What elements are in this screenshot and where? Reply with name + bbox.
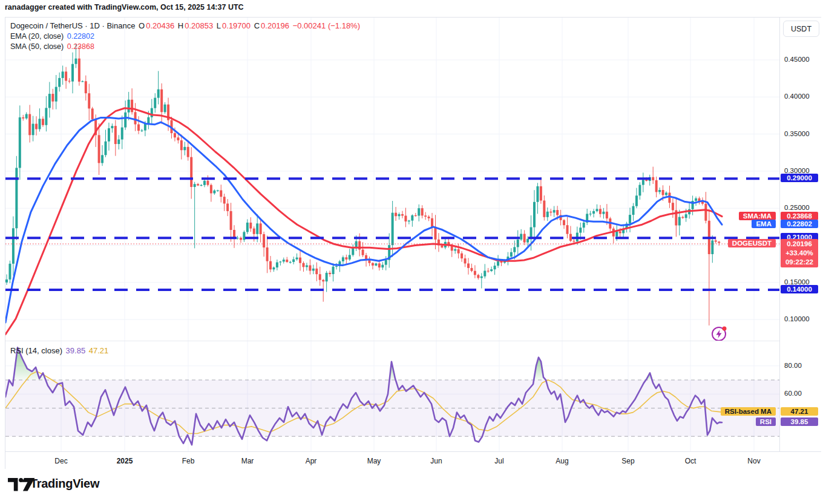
sma-legend-row[interactable]: SMA (50, close) 0.23868 <box>10 42 96 51</box>
candle-body <box>583 223 585 227</box>
time-axis-month-label: Sep <box>615 457 641 465</box>
candle-body <box>237 238 239 238</box>
rsi-legend-row[interactable]: RSI (14, close) 39.85 47.21 <box>10 346 110 355</box>
candle-body <box>266 247 269 261</box>
candle-body <box>276 263 278 268</box>
candle-body <box>121 128 123 140</box>
candle-body <box>240 238 242 240</box>
candle-body <box>685 214 687 218</box>
candle-body <box>312 269 315 271</box>
candle-body <box>332 267 335 274</box>
candle-body <box>249 223 252 229</box>
candle-body <box>470 268 473 271</box>
candle-body <box>114 126 117 144</box>
candle-body <box>164 105 166 113</box>
candle-body <box>487 270 490 271</box>
lightning-icon[interactable] <box>712 327 727 341</box>
candle-body <box>306 266 308 267</box>
candle-body <box>678 217 681 226</box>
candle-body <box>629 215 631 224</box>
time-axis-month-label: Apr <box>298 457 324 465</box>
ema-value-badge: 0.22802 <box>781 220 818 228</box>
candle-body <box>592 211 595 214</box>
price-tick-label: 0.25000 <box>784 204 810 211</box>
candle-body <box>187 147 189 157</box>
candle-body <box>411 215 413 221</box>
candle-body <box>157 90 160 98</box>
candle-body <box>174 133 176 137</box>
price-axis[interactable]: 0.450000.400000.350000.300000.250000.150… <box>779 18 822 451</box>
rsi-chip: RSI <box>756 417 776 426</box>
candle-body <box>404 215 407 221</box>
candle-body <box>362 250 364 255</box>
sma-line <box>5 108 722 335</box>
rsi-tick-label: 60.00 <box>784 390 802 397</box>
ema-label: EMA (20, close) <box>10 32 64 41</box>
time-axis-month-label: Nov <box>741 457 767 465</box>
pane-separator[interactable] <box>5 341 779 341</box>
candle-body <box>418 208 420 215</box>
candle-body <box>289 262 292 263</box>
rsi-ma-value-badge: 47.21 <box>781 407 818 416</box>
candle-body <box>672 203 674 210</box>
symbol-chip: DOGEUSDT <box>728 239 776 247</box>
chart-canvas[interactable] <box>5 18 821 468</box>
candle-body <box>421 208 424 215</box>
time-axis-month-label: May <box>361 457 387 465</box>
candle-body <box>457 249 460 254</box>
candle-body <box>401 214 404 215</box>
candle-body <box>523 234 526 242</box>
candle-body <box>45 108 47 125</box>
candle-body <box>662 190 664 195</box>
sma-chip: SMA:MA <box>739 212 776 220</box>
candle-body <box>424 215 427 217</box>
candle-body <box>566 225 569 234</box>
candle-body <box>461 254 463 258</box>
candle-body <box>668 192 670 203</box>
candle-body <box>645 180 647 181</box>
time-axis-month-label: Jul <box>486 457 513 465</box>
candle-body <box>194 184 196 187</box>
price-tick-label: 0.30000 <box>784 167 810 174</box>
tradingview-wordmark[interactable]: TradingView <box>30 477 99 491</box>
candle-body <box>441 245 443 247</box>
candle-body <box>619 231 621 233</box>
candle-body <box>230 211 232 230</box>
candle-body <box>520 234 522 239</box>
candle-body <box>203 181 206 185</box>
candle-body <box>183 147 186 150</box>
candle-body <box>415 215 417 216</box>
candle-body <box>108 128 110 142</box>
candle-body <box>226 203 229 211</box>
footer: TradingView <box>0 469 826 504</box>
candle-body <box>15 168 18 228</box>
attribution-text: ranadagger created with TradingView.com,… <box>5 3 244 11</box>
candle-body <box>569 234 572 241</box>
candle-body <box>372 263 374 266</box>
candle-body <box>349 255 351 259</box>
chart-widget: Dogecoin / TetherUS · 1D · Binance O0.20… <box>5 17 821 469</box>
candle-body <box>197 184 199 185</box>
time-axis[interactable]: Dec2025FebMarAprMayJunJulAugSepOctNov <box>5 451 821 470</box>
candle-body <box>128 100 130 113</box>
ohlc-open-label: O <box>139 21 145 30</box>
candle-body <box>220 191 222 197</box>
candles <box>5 44 720 326</box>
ohlc-close-label: C <box>254 21 260 30</box>
candle-body <box>549 212 552 213</box>
candle-body <box>326 273 328 281</box>
candle-body <box>71 64 74 82</box>
candle-body <box>131 100 133 113</box>
symbol-legend-row[interactable]: Dogecoin / TetherUS · 1D · Binance O0.20… <box>10 21 361 30</box>
candle-body <box>642 180 644 185</box>
ema-chip: EMA <box>752 220 776 228</box>
rsi-value: 39.85 <box>66 346 86 355</box>
currency-toggle-button[interactable]: USDT <box>783 21 819 37</box>
candle-body <box>210 185 212 194</box>
ema-legend-row[interactable]: EMA (20, close) 0.22802 <box>10 32 96 41</box>
candle-body <box>35 124 38 129</box>
price-tick-label: 0.10000 <box>784 315 810 322</box>
candle-body <box>681 217 684 218</box>
candle-body <box>19 117 21 168</box>
change-value: −0.00241 (−1.18%) <box>293 21 360 30</box>
